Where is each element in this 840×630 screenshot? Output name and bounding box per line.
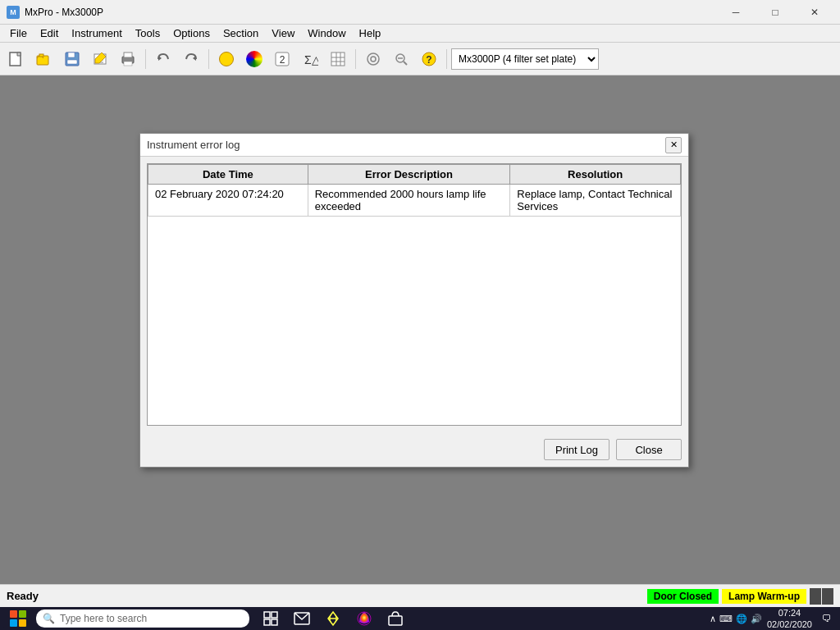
dialog-close-button[interactable]: ✕ [665, 137, 682, 153]
svg-point-23 [371, 57, 376, 62]
search-placeholder: Type here to search [60, 613, 147, 624]
title-bar-left: M MxPro - Mx3000P [7, 6, 103, 19]
col-header-datetime: Date Time [148, 165, 308, 185]
taskbar-app-color[interactable] [349, 609, 379, 628]
error-table: Date Time Error Description Resolution 0… [148, 164, 681, 217]
open-button[interactable] [31, 46, 57, 72]
svg-rect-12 [124, 62, 132, 66]
print-log-button[interactable]: Print Log [544, 439, 609, 460]
taskbar-app-store[interactable] [381, 609, 410, 628]
grid-button[interactable] [325, 46, 351, 72]
dialog-title-bar: Instrument error log ✕ [140, 134, 688, 157]
status-mini-buttons [810, 588, 833, 605]
svg-text:Σ△: Σ△ [304, 53, 318, 66]
keyboard-tray-icon: ⌨ [719, 614, 733, 624]
status-bar: Ready Door Closed Lamp Warm-up [0, 584, 840, 607]
menu-bar: File Edit Instrument Tools Options Secti… [0, 25, 840, 43]
toolbar-separator-3 [355, 49, 356, 69]
svg-rect-33 [272, 619, 277, 625]
chevron-icon[interactable]: ∧ [710, 614, 716, 624]
svg-rect-32 [264, 619, 270, 625]
zoom-button[interactable] [388, 46, 414, 72]
windows-logo-icon [10, 610, 26, 627]
search-icon: 🔍 [43, 613, 55, 624]
error-log-dialog: Instrument error log ✕ Date Time Error D… [139, 133, 689, 468]
svg-point-24 [368, 53, 379, 65]
num2-button[interactable]: 2 [269, 46, 295, 72]
undo-button[interactable] [150, 46, 176, 72]
svg-marker-13 [158, 56, 162, 61]
menu-options[interactable]: Options [167, 25, 217, 42]
cell-datetime: 02 February 2020 07:24:20 [148, 185, 308, 217]
lamp-button[interactable] [213, 46, 240, 72]
menu-section[interactable]: Section [217, 25, 265, 42]
window-title: MxPro - Mx3000P [25, 7, 103, 18]
svg-rect-31 [272, 612, 277, 618]
settings-button[interactable] [360, 46, 386, 72]
main-area: Instrument error log ✕ Date Time Error D… [0, 75, 840, 584]
toolbar-separator-4 [446, 49, 447, 69]
menu-window[interactable]: Window [301, 25, 352, 42]
svg-rect-4 [68, 52, 75, 57]
svg-rect-11 [124, 52, 132, 57]
status-text: Ready [7, 590, 39, 602]
start-button[interactable] [3, 609, 33, 628]
taskbar: 🔍 Type here to search ∧ ⌨ 🌐 🔊 07:24 02/0… [0, 607, 840, 630]
minimize-button[interactable]: ─ [717, 0, 755, 25]
toolbar-separator-2 [208, 49, 209, 69]
taskbar-search[interactable]: 🔍 Type here to search [36, 609, 249, 628]
print-button[interactable] [115, 46, 141, 72]
table-row: 02 February 2020 07:24:20 Recommended 20… [148, 185, 681, 217]
help-button[interactable]: ? [416, 46, 442, 72]
maximize-button[interactable]: □ [756, 0, 794, 25]
svg-marker-14 [193, 56, 196, 61]
cell-resolution: Replace lamp, Contact Technical Services [510, 185, 681, 217]
menu-tools[interactable]: Tools [129, 25, 167, 42]
svg-line-26 [404, 62, 407, 65]
color-ball-button[interactable] [241, 46, 267, 72]
dialog-content: Date Time Error Description Resolution 0… [140, 157, 688, 432]
menu-instrument[interactable]: Instrument [65, 25, 128, 42]
instrument-select[interactable]: Mx3000P (4 filter set plate) [451, 48, 599, 70]
sigma-button[interactable]: Σ△ [297, 46, 323, 72]
notification-button[interactable]: 🗨 [817, 609, 837, 628]
menu-help[interactable]: Help [353, 25, 388, 42]
clock-time: 07:24 [767, 607, 812, 619]
network-icon: 🌐 [736, 614, 747, 624]
close-dialog-button[interactable]: Close [616, 439, 682, 460]
door-status-badge: Door Closed [647, 589, 719, 604]
lamp-status-badge: Lamp Warm-up [722, 589, 806, 604]
dialog-buttons: Print Log Close [140, 432, 688, 467]
svg-rect-30 [264, 612, 270, 618]
menu-file[interactable]: File [3, 25, 34, 42]
redo-button[interactable] [178, 46, 204, 72]
error-table-body: 02 February 2020 07:24:20 Recommended 20… [148, 185, 681, 217]
cell-error-description: Recommended 2000 hours lamp life exceede… [308, 185, 510, 217]
window-close-button[interactable]: ✕ [796, 0, 833, 25]
menu-view[interactable]: View [265, 25, 301, 42]
svg-text:2: 2 [280, 54, 285, 66]
new-button[interactable] [3, 46, 30, 72]
app-icon: M [7, 6, 20, 19]
status-mini-btn-1[interactable] [810, 588, 821, 605]
menu-edit[interactable]: Edit [34, 25, 65, 42]
color-icon [246, 51, 262, 67]
status-mini-btn-2[interactable] [822, 588, 833, 605]
title-bar-controls: ─ □ ✕ [717, 0, 833, 25]
clock[interactable]: 07:24 02/02/2020 [767, 607, 812, 630]
svg-rect-5 [67, 60, 77, 64]
svg-rect-36 [389, 616, 402, 625]
svg-text:?: ? [426, 54, 431, 66]
error-table-area: Date Time Error Description Resolution 0… [147, 163, 682, 426]
col-header-resolution: Resolution [510, 165, 681, 185]
svg-rect-2 [39, 54, 43, 57]
taskbar-right: ∧ ⌨ 🌐 🔊 07:24 02/02/2020 🗨 [710, 607, 837, 630]
save-button[interactable] [59, 46, 85, 72]
taskbar-app-mail[interactable] [287, 609, 317, 628]
system-tray: ∧ ⌨ 🌐 🔊 [710, 614, 762, 624]
taskbar-app-multiwindow[interactable] [256, 609, 285, 628]
taskbar-app-browser[interactable] [318, 609, 348, 628]
edit-button[interactable] [87, 46, 113, 72]
col-header-error: Error Description [308, 165, 510, 185]
taskbar-apps [256, 609, 410, 628]
